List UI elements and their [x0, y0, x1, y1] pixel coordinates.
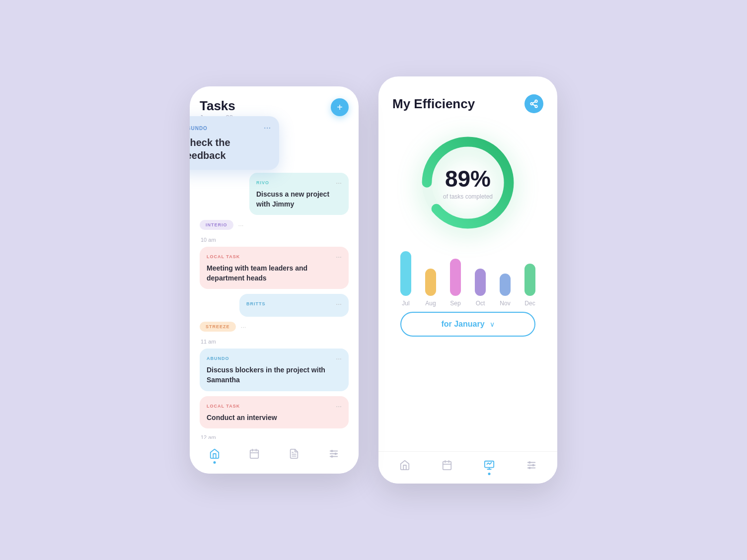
rivo-org: RIVO: [256, 180, 269, 185]
abundo-header: ABUNDO ···: [207, 354, 342, 362]
floating-card-dots[interactable]: ···: [264, 124, 271, 132]
abundo-text: Discuss blockers in the project with Sam…: [207, 365, 342, 385]
bar-sep: Sep: [450, 259, 461, 307]
donut-center: 89% of tasks completed: [443, 165, 493, 200]
floating-card[interactable]: ABUNDO ··· Check the feedback: [190, 116, 279, 170]
bar-aug-fill: [425, 269, 436, 296]
local-task-card-2[interactable]: LOCAL TASK ··· Conduct an interview: [200, 396, 349, 429]
streeze-tag[interactable]: STREEZE: [200, 322, 236, 332]
nav-settings-left[interactable]: [327, 447, 341, 461]
floating-card-org-name: ABUNDO: [190, 126, 208, 131]
svg-point-11: [331, 456, 333, 457]
bar-oct-fill: [475, 269, 486, 296]
screens-container: ABUNDO ··· Check the feedback Tasks Janu…: [190, 76, 557, 484]
bar-nov: Nov: [500, 274, 511, 307]
share-button[interactable]: [524, 94, 543, 113]
svg-point-10: [335, 453, 336, 455]
bar-aug-label: Aug: [425, 300, 436, 307]
bar-jul-fill: [400, 251, 411, 296]
bottom-nav-right: [378, 451, 557, 484]
svg-point-9: [331, 450, 333, 452]
nav-calendar-left[interactable]: [247, 447, 261, 461]
bar-nov-label: Nov: [500, 300, 510, 307]
britts-org: BRITTS: [246, 301, 266, 306]
svg-line-16: [532, 102, 535, 103]
time-label-11am: 11 am: [200, 339, 349, 345]
nav-home-left[interactable]: [208, 447, 222, 461]
local-task-2-dots[interactable]: ···: [336, 402, 342, 410]
abundo-dots[interactable]: ···: [336, 354, 342, 362]
local-task-2-header: LOCAL TASK ···: [207, 402, 342, 410]
rivo-text: Discuss a new project with Jimmy: [256, 190, 342, 209]
abundo-card[interactable]: ABUNDO ··· Discuss blockers in the proje…: [200, 349, 349, 391]
nav-tasks-left[interactable]: [287, 447, 301, 461]
rivo-dots[interactable]: ···: [336, 179, 342, 187]
floating-card-title: Check the feedback: [190, 136, 271, 162]
interio-row: INTERIO ···: [200, 220, 349, 230]
phone-left: ABUNDO ··· Check the feedback Tasks Janu…: [190, 86, 359, 474]
efficiency-header: My Efficiency: [378, 76, 557, 123]
local-task-1-header: LOCAL TASK ···: [207, 253, 342, 261]
local-task-1-dots[interactable]: ···: [336, 253, 342, 261]
donut-percent: 89%: [443, 165, 493, 192]
month-button-arrow: ∨: [490, 320, 495, 328]
bar-oct-label: Oct: [476, 300, 485, 307]
streeze-dots[interactable]: ···: [241, 323, 246, 331]
local-task-1-org: LOCAL TASK: [207, 254, 240, 259]
bar-dec: Dec: [524, 264, 535, 307]
donut-label: of tasks completed: [443, 193, 493, 200]
rivo-card-header: RIVO ···: [256, 179, 342, 187]
svg-rect-0: [250, 450, 259, 459]
nav-efficiency-right[interactable]: [482, 458, 496, 472]
bar-oct: Oct: [475, 269, 486, 307]
tasks-title: Tasks: [200, 98, 235, 114]
local-task-card-1[interactable]: LOCAL TASK ··· Meeting with team leaders…: [200, 247, 349, 289]
local-task-2-org: LOCAL TASK: [207, 404, 240, 409]
bar-nov-fill: [500, 274, 511, 296]
svg-point-29: [528, 462, 530, 463]
streeze-row: STREEZE ···: [200, 322, 349, 332]
interio-tag[interactable]: INTERIO: [200, 220, 233, 230]
bar-dec-label: Dec: [524, 300, 535, 307]
bar-chart-area: Jul Aug Sep Oct: [378, 247, 557, 451]
britts-header: BRITTS ···: [246, 300, 342, 308]
bars-container: Jul Aug Sep Oct: [388, 247, 547, 307]
time-section-11am: 11 am ABUNDO ··· Discuss blockers in the…: [200, 339, 349, 428]
time-section-10am: 10 am LOCAL TASK ··· Meeting with team l…: [200, 237, 349, 332]
nav-efficiency-dot: [488, 473, 490, 475]
local-task-2-text: Conduct an interview: [207, 413, 342, 423]
bar-sep-label: Sep: [450, 300, 460, 307]
svg-rect-19: [443, 462, 451, 470]
bar-dec-fill: [524, 264, 535, 296]
donut-chart-area: 89% of tasks completed: [378, 123, 557, 247]
nav-home-dot: [214, 461, 216, 464]
nav-home-right[interactable]: [398, 458, 412, 472]
time-label-10am: 10 am: [200, 237, 349, 243]
bar-jul: Jul: [400, 251, 411, 307]
local-task-1-text: Meeting with team leaders and department…: [207, 264, 342, 283]
floating-card-org: ABUNDO ···: [190, 124, 271, 132]
rivo-card[interactable]: RIVO ··· Discuss a new project with Jimm…: [249, 173, 349, 215]
bar-jul-label: Jul: [402, 300, 409, 307]
month-button[interactable]: for January ∨: [400, 312, 535, 337]
nav-calendar-right[interactable]: [440, 458, 454, 472]
bar-sep-fill: [450, 259, 461, 296]
abundo-org: ABUNDO: [207, 356, 229, 361]
nav-settings-right[interactable]: [524, 458, 538, 472]
month-button-text: for January: [441, 320, 484, 329]
svg-point-30: [532, 465, 534, 466]
efficiency-title: My Efficiency: [392, 96, 475, 112]
phone-right: My Efficiency: [378, 76, 557, 484]
interio-dots[interactable]: ···: [238, 221, 244, 229]
britts-card[interactable]: BRITTS ···: [239, 294, 349, 317]
bottom-nav-left: [190, 439, 359, 474]
svg-line-15: [532, 104, 535, 106]
svg-point-31: [528, 467, 530, 469]
add-task-button[interactable]: +: [331, 98, 349, 116]
bar-aug: Aug: [425, 269, 436, 307]
britts-dots[interactable]: ···: [336, 300, 342, 308]
